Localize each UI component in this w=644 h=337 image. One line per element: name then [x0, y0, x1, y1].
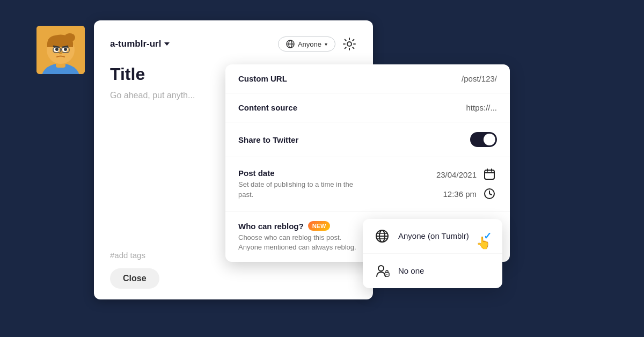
gear-icon: [342, 36, 357, 52]
content-source-row: Content source https://...: [225, 93, 510, 122]
svg-point-8: [64, 48, 67, 51]
date-value: 23/04/2021: [436, 170, 477, 179]
calendar-icon[interactable]: [482, 167, 497, 182]
share-twitter-toggle[interactable]: [470, 132, 497, 147]
clock-icon[interactable]: [482, 186, 497, 201]
new-badge: NEW: [308, 221, 331, 231]
svg-line-25: [489, 194, 492, 195]
blog-name[interactable]: a-tumblr-url: [110, 39, 170, 49]
dropdown-item-anyone-label: Anyone (on Tumblr): [398, 231, 476, 240]
person-lock-icon: [374, 262, 391, 280]
svg-point-14: [59, 52, 62, 54]
custom-url-label: Custom URL: [238, 74, 462, 83]
reblog-sublabel: Choose who can reblog this post. Anyone …: [238, 233, 356, 252]
dropdown-item-noone[interactable]: No one: [363, 254, 502, 288]
post-date-controls: 23/04/2021 12:36 pm: [436, 167, 497, 201]
blog-name-text: a-tumblr-url: [110, 39, 161, 49]
reblog-dropdown-popup: Anyone (on Tumblr) ✓ No one: [363, 219, 502, 288]
audience-button[interactable]: Anyone ▾: [278, 36, 335, 52]
content-source-label: Content source: [238, 103, 466, 112]
share-twitter-label-group: Share to Twitter: [238, 135, 470, 144]
share-twitter-row: Share to Twitter: [225, 122, 510, 157]
settings-panel: Custom URL /post/123/ Content source htt…: [225, 64, 510, 262]
svg-point-31: [378, 266, 384, 271]
cursor-hand-icon: 👆: [476, 236, 491, 250]
content-source-label-group: Content source: [238, 103, 466, 112]
custom-url-label-group: Custom URL: [238, 74, 462, 83]
content-source-value[interactable]: https://...: [466, 103, 497, 112]
blog-name-chevron-icon: [164, 42, 170, 46]
custom-url-value[interactable]: /post/123/: [462, 74, 497, 83]
reblog-control: Anyone 👆: [422, 228, 497, 246]
date-row: 23/04/2021: [436, 167, 497, 182]
audience-label: Anyone: [298, 40, 321, 48]
reblog-row: Who can reblog? NEW Choose who can reblo…: [225, 211, 510, 262]
dropdown-item-noone-label: No one: [398, 266, 492, 275]
content-source-value-group: https://...: [466, 103, 497, 112]
post-date-sublabel: Set date of publishing to a time in the …: [238, 180, 356, 199]
svg-point-33: [386, 274, 387, 275]
user-avatar: [36, 26, 85, 74]
time-value: 12:36 pm: [443, 189, 477, 199]
svg-point-7: [55, 48, 58, 51]
svg-rect-19: [485, 170, 494, 179]
custom-url-value-group: /post/123/: [462, 74, 497, 83]
close-button[interactable]: Close: [110, 268, 159, 289]
settings-button[interactable]: [342, 36, 357, 52]
post-date-row: Post date Set date of publishing to a ti…: [225, 157, 510, 211]
custom-url-row: Custom URL /post/123/: [225, 64, 510, 93]
time-row: 12:36 pm: [443, 186, 497, 201]
share-twitter-label: Share to Twitter: [238, 135, 470, 144]
reblog-label: Who can reblog?: [238, 222, 304, 231]
editor-controls: Anyone ▾: [278, 36, 357, 52]
globe-icon: [286, 40, 295, 48]
post-date-label-group: Post date Set date of publishing to a ti…: [238, 169, 436, 199]
globe-lock-icon: [374, 228, 391, 245]
audience-chevron-icon: ▾: [325, 41, 327, 47]
share-twitter-control: [470, 132, 497, 147]
post-date-label: Post date: [238, 169, 436, 178]
svg-point-18: [347, 42, 352, 46]
editor-header: a-tumblr-url Anyone ▾: [110, 36, 357, 52]
